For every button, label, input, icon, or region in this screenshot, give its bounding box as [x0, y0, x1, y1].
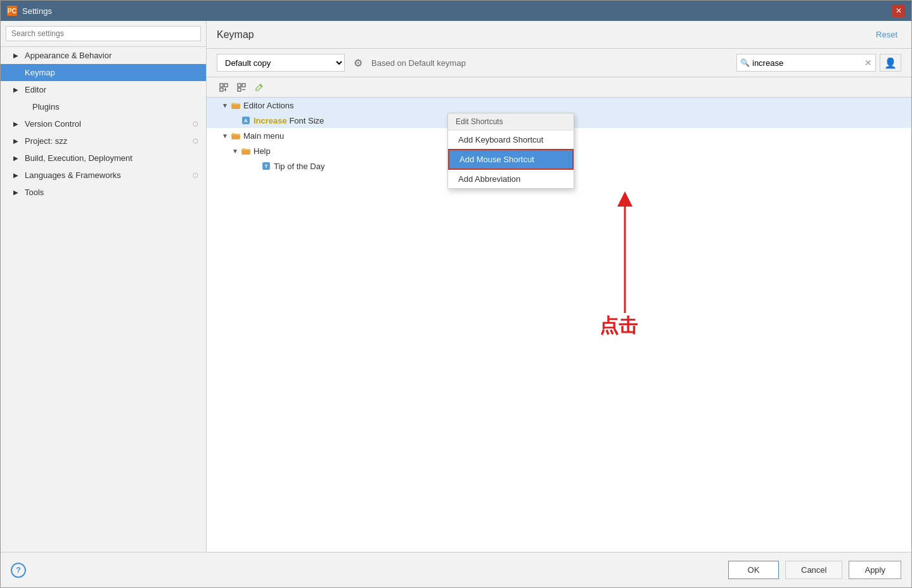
- tree-item-label: Help: [254, 146, 906, 156]
- edit-shortcut-button[interactable]: [252, 82, 266, 93]
- tree-item-increase-container: A Increase Font Size Edit Shortcuts Add …: [207, 113, 911, 128]
- chevron-icon: ▶: [13, 189, 21, 196]
- svg-rect-2: [220, 88, 223, 91]
- panel-title: Keymap: [217, 29, 254, 41]
- settings-dialog: PC Settings ✕ ▶ Appearance & Behavior Ke…: [0, 0, 912, 588]
- annotation-arrow-container: 点击: [612, 174, 739, 340]
- chevron-icon: ▶: [13, 172, 21, 179]
- context-menu: Edit Shortcuts Add Keyboard Shortcut Add…: [447, 113, 574, 189]
- svg-rect-7: [238, 88, 241, 91]
- action-icon: T: [261, 161, 271, 171]
- highlight-text: Increase: [254, 116, 287, 125]
- svg-rect-1: [224, 84, 228, 87]
- tree-chevron: ▼: [232, 148, 241, 155]
- sidebar-item-plugins[interactable]: Plugins: [1, 98, 206, 115]
- edit-icon: [255, 83, 264, 92]
- footer: ? OK Cancel Apply: [1, 552, 911, 587]
- sidebar-item-label: Project: szz: [25, 136, 67, 146]
- nav-list: ▶ Appearance & Behavior Keymap ▶ Editor …: [1, 47, 206, 552]
- search-area: 🔍 ✕ 👤: [736, 54, 901, 72]
- sidebar-item-editor[interactable]: ▶ Editor: [1, 81, 206, 98]
- search-icon: 🔍: [740, 58, 750, 67]
- chevron-icon: ▶: [13, 155, 21, 162]
- svg-text:T: T: [265, 163, 268, 169]
- chevron-icon: ▶: [13, 86, 21, 93]
- sidebar-item-label: Editor: [25, 85, 46, 94]
- main-content: ▶ Appearance & Behavior Keymap ▶ Editor …: [1, 21, 911, 552]
- apply-button[interactable]: Apply: [849, 561, 901, 579]
- keymap-select[interactable]: Default copy: [217, 54, 344, 71]
- tree-chevron: ▼: [222, 132, 231, 139]
- tree-item-label: Main menu: [243, 131, 906, 141]
- action-icon: A: [241, 115, 251, 125]
- svg-rect-5: [238, 84, 241, 87]
- settings-search-input[interactable]: [6, 26, 201, 41]
- sidebar-item-languages[interactable]: ▶ Languages & Frameworks ⬡: [1, 167, 206, 184]
- sidebar-item-label: Plugins: [32, 102, 60, 112]
- context-menu-item-add-mouse[interactable]: Add Mouse Shortcut: [448, 149, 574, 170]
- expand-all-button[interactable]: [217, 82, 231, 93]
- sidebar-item-label: Version Control: [25, 119, 81, 129]
- reset-button[interactable]: Reset: [872, 29, 901, 41]
- help-button[interactable]: ?: [11, 563, 26, 578]
- sidebar: ▶ Appearance & Behavior Keymap ▶ Editor …: [1, 21, 207, 552]
- chevron-icon: ▶: [13, 137, 21, 144]
- sidebar-item-label: Build, Execution, Deployment: [25, 153, 132, 163]
- chevron-placeholder: [21, 103, 29, 110]
- tree-item-editor-actions[interactable]: ▼ Editor Actions: [207, 98, 911, 113]
- sidebar-item-appearance[interactable]: ▶ Appearance & Behavior: [1, 47, 206, 64]
- context-menu-item-add-keyboard[interactable]: Add Keyboard Shortcut: [448, 131, 574, 149]
- sidebar-item-label: Tools: [25, 188, 44, 197]
- chevron-icon: ▶: [13, 52, 21, 59]
- tree-item-label: Increase Font Size: [254, 116, 906, 125]
- cancel-button[interactable]: Cancel: [785, 561, 842, 579]
- collapse-all-button[interactable]: [234, 82, 248, 93]
- action-toolbar: [207, 77, 911, 98]
- annotation-text: 点击: [600, 313, 638, 339]
- context-menu-header: Edit Shortcuts: [448, 113, 574, 131]
- context-menu-item-add-abbreviation[interactable]: Add Abbreviation: [448, 170, 574, 188]
- sidebar-item-label: Keymap: [25, 68, 55, 77]
- chevron-placeholder: [13, 69, 21, 76]
- sidebar-item-version-control[interactable]: ▶ Version Control ⬡: [1, 115, 206, 132]
- collapse-all-icon: [237, 83, 246, 92]
- tree-item-label: Editor Actions: [243, 101, 906, 110]
- app-icon: PC: [7, 6, 17, 16]
- svg-rect-0: [220, 84, 223, 87]
- tree-area: ▼ Editor Actions: [207, 98, 911, 552]
- sidebar-item-tools[interactable]: ▶ Tools: [1, 184, 206, 201]
- annotation-arrow-svg: [612, 174, 739, 338]
- keymap-search-input[interactable]: [736, 54, 876, 72]
- footer-left: ?: [11, 563, 26, 578]
- tree-item-label: Tip of the Day: [274, 162, 906, 171]
- sidebar-item-build[interactable]: ▶ Build, Execution, Deployment: [1, 150, 206, 167]
- titlebar: PC Settings ✕: [1, 1, 911, 21]
- copy-icon: ⬡: [193, 120, 198, 127]
- dialog-title: Settings: [22, 6, 52, 16]
- sidebar-item-project[interactable]: ▶ Project: szz ⬡: [1, 132, 206, 150]
- person-filter-button[interactable]: 👤: [880, 54, 901, 72]
- search-box: [1, 21, 206, 47]
- svg-rect-6: [242, 84, 245, 87]
- keymap-gear-button[interactable]: ⚙: [350, 56, 366, 70]
- tree-chevron: ▼: [222, 102, 231, 109]
- sidebar-item-keymap[interactable]: Keymap: [1, 64, 206, 81]
- keymap-dropdown[interactable]: Default copy: [217, 54, 345, 72]
- folder-icon: [241, 146, 251, 156]
- folder-icon: [231, 131, 241, 141]
- ok-button[interactable]: OK: [728, 561, 779, 579]
- right-panel: Keymap Reset Default copy ⚙ Based on Def…: [207, 21, 911, 552]
- titlebar-left: PC Settings: [7, 6, 52, 16]
- copy-icon: ⬡: [193, 172, 198, 179]
- close-button[interactable]: ✕: [892, 4, 905, 17]
- expand-all-icon: [219, 83, 228, 92]
- copy-icon: ⬡: [193, 137, 198, 144]
- folder-icon: [231, 100, 241, 110]
- search-clear-button[interactable]: ✕: [864, 58, 872, 68]
- svg-text:A: A: [244, 118, 248, 124]
- keymap-toolbar: Default copy ⚙ Based on Default keymap 🔍…: [207, 49, 911, 77]
- search-wrapper: 🔍 ✕: [736, 54, 876, 72]
- keymap-description: Based on Default keymap: [371, 58, 466, 68]
- sidebar-item-label: Languages & Frameworks: [25, 170, 121, 180]
- chevron-icon: ▶: [13, 120, 21, 127]
